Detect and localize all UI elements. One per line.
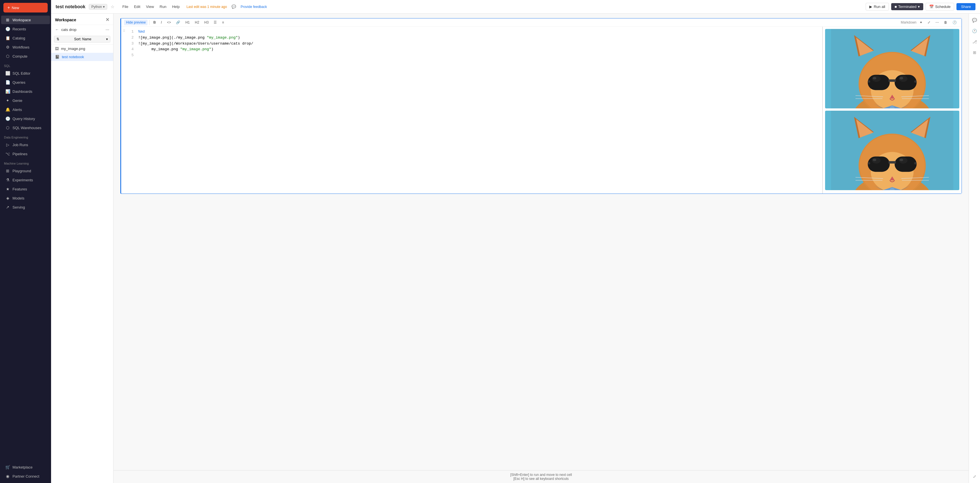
sidebar-item-queries[interactable]: 📄 Queries <box>1 78 50 86</box>
cell-toolbar: Hide preview B I <> 🔗 H1 H2 H3 ☰ ≡ <box>121 18 962 27</box>
sql-editor-icon: ⬜ <box>5 71 10 75</box>
file-list: 🖼 my_image.png 📓 test notebook <box>51 45 113 483</box>
code-button[interactable]: <> <box>165 19 173 25</box>
file-panel-header: Workspace ✕ <box>51 14 113 25</box>
help-menu[interactable]: Help <box>170 3 182 10</box>
sidebar-item-pipelines[interactable]: ⌥ Pipelines <box>1 150 50 158</box>
more-cell-options-button[interactable]: ⋯ <box>934 19 941 25</box>
sidebar-item-catalog[interactable]: 📋 Catalog <box>1 34 50 42</box>
sidebar-item-alerts[interactable]: 🔔 Alerts <box>1 105 50 114</box>
expand-button[interactable]: ⤢ <box>926 19 932 25</box>
bold-button[interactable]: B <box>151 19 158 25</box>
job-runs-icon: ▷ <box>5 142 10 147</box>
playground-icon: ⊞ <box>5 169 10 173</box>
svg-rect-38 <box>889 161 896 164</box>
ordered-list-button[interactable]: ≡ <box>220 19 226 25</box>
kernel-selector[interactable]: Python ▾ <box>89 4 107 10</box>
recents-icon: 🕐 <box>5 27 10 31</box>
sidebar-item-experiments[interactable]: ⚗ Experiments <box>1 176 50 184</box>
list-button[interactable]: ☰ <box>212 19 219 25</box>
cell-toolbar-right: Markdown ✦ ⤢ ⋯ 🗑 🕐 <box>901 19 959 25</box>
sidebar-item-marketplace[interactable]: 🛒 Marketplace <box>1 463 50 471</box>
last-edit-label[interactable]: Last edit was 1 minute ago <box>186 5 227 9</box>
file-item-test-notebook[interactable]: 📓 test notebook <box>51 53 113 61</box>
terminated-button[interactable]: ■ Terminated ▾ <box>891 3 923 10</box>
history-panel-button[interactable]: 🕐 <box>970 27 979 35</box>
file-item-my-image[interactable]: 🖼 my_image.png <box>51 45 113 53</box>
run-menu[interactable]: Run <box>158 3 169 10</box>
topbar: test notebook Python ▾ ☆ File Edit View … <box>51 0 980 14</box>
sidebar-item-workflows[interactable]: ⚙ Workflows <box>1 43 50 51</box>
sidebar-item-serving[interactable]: ↗ Serving <box>1 203 50 211</box>
edit-menu[interactable]: Edit <box>132 3 142 10</box>
sidebar-item-recents[interactable]: 🕐 Recents <box>1 25 50 33</box>
data-engineering-section-label: Data Engineering <box>0 132 51 140</box>
partner-connect-icon: ◉ <box>5 474 10 478</box>
h2-button[interactable]: H2 <box>193 19 201 25</box>
extensions-button[interactable]: ⊞ <box>970 48 979 57</box>
path-label: cats drop <box>61 27 76 32</box>
cat-image-2 <box>825 111 959 190</box>
cat-image-1 <box>825 29 959 108</box>
query-history-icon: 🕐 <box>5 116 10 121</box>
resize-button[interactable]: ⤢ <box>970 472 979 481</box>
notebook-title: test notebook <box>56 4 85 10</box>
italic-button[interactable]: I <box>159 19 164 25</box>
sidebar-item-query-history[interactable]: 🕐 Query History <box>1 114 50 123</box>
status-bar: [Shift+Enter] to run and move to next ce… <box>113 470 969 483</box>
delete-cell-button[interactable]: 🗑 <box>942 19 949 25</box>
feedback-button[interactable]: Provide feedback <box>240 5 267 9</box>
models-icon: ◈ <box>5 196 10 200</box>
comments-button[interactable]: 💬 <box>970 16 979 24</box>
h3-button[interactable]: H3 <box>202 19 210 25</box>
shortcut-1: [Shift+Enter] to run and move to next ce… <box>119 473 963 477</box>
cell-content: 1 2 3 4 5 %md ![my_im <box>127 27 962 193</box>
magic-button[interactable]: ✦ <box>918 19 924 25</box>
star-button[interactable]: ☆ <box>111 4 115 10</box>
sidebar-item-genie[interactable]: ✦ Genie <box>1 96 50 105</box>
sidebar-item-playground[interactable]: ⊞ Playground <box>1 167 50 175</box>
sidebar-item-job-runs[interactable]: ▷ Job Runs <box>1 140 50 149</box>
file-menu[interactable]: File <box>120 3 130 10</box>
cell-body: ⠿ 1 2 3 4 5 <box>121 27 962 193</box>
sidebar-item-dashboards[interactable]: 📊 Dashboards <box>1 87 50 96</box>
workspace-icon: ⊞ <box>5 18 10 22</box>
svg-rect-12 <box>868 80 870 83</box>
new-button[interactable]: + New <box>3 3 48 13</box>
share-button[interactable]: Share <box>956 3 975 10</box>
alerts-icon: 🔔 <box>5 107 10 112</box>
run-all-button[interactable]: ▶ Run all <box>865 3 889 11</box>
cell-drag-handle[interactable]: ⠿ <box>121 27 127 193</box>
sort-selector[interactable]: ⇅ Sort: Name ▾ <box>54 36 110 43</box>
main-content: test notebook Python ▾ ☆ File Edit View … <box>51 0 980 483</box>
sidebar-item-compute[interactable]: ⬡ Compute <box>1 52 50 61</box>
workflows-icon: ⚙ <box>5 45 10 49</box>
machine-learning-section-label: Machine Learning <box>0 158 51 166</box>
sidebar-item-sql-editor[interactable]: ⬜ SQL Editor <box>1 69 50 78</box>
svg-point-16 <box>873 77 877 80</box>
view-menu[interactable]: View <box>144 3 156 10</box>
sidebar-item-models[interactable]: ◈ Models <box>1 194 50 202</box>
back-button[interactable]: ← <box>55 27 59 32</box>
code-content[interactable]: %md ![my_image.png](./my_image.png "my_i… <box>135 27 822 193</box>
history-button[interactable]: 🕐 <box>950 19 959 25</box>
h1-button[interactable]: H1 <box>183 19 191 25</box>
calendar-icon: 📅 <box>929 5 934 9</box>
sidebar-item-features[interactable]: ★ Features <box>1 185 50 193</box>
code-editor[interactable]: 1 2 3 4 5 %md ![my_im <box>127 27 822 193</box>
notebook-file-icon: 📓 <box>55 55 60 59</box>
schedule-button[interactable]: 📅 Schedule <box>926 3 954 11</box>
sql-warehouses-icon: ⬡ <box>5 126 10 130</box>
close-panel-button[interactable]: ✕ <box>105 17 109 22</box>
more-options-button[interactable]: ⋯ <box>105 27 109 32</box>
link-button[interactable]: 🔗 <box>174 19 182 25</box>
sidebar-item-partner-connect[interactable]: ◉ Partner Connect <box>1 472 50 480</box>
git-button[interactable]: ⎇ <box>970 37 979 46</box>
sidebar-item-sql-warehouses[interactable]: ⬡ SQL Warehouses <box>1 123 50 132</box>
line-numbers: 1 2 3 4 5 <box>127 27 135 193</box>
code-line-5: ![my_image.png](/Workspace/Users/usernam… <box>138 41 819 53</box>
run-icon: ▶ <box>869 5 872 9</box>
hide-preview-button[interactable]: Hide preview <box>124 19 148 25</box>
sidebar-item-workspace[interactable]: ⊞ Workspace <box>1 16 50 24</box>
svg-rect-39 <box>868 162 870 164</box>
